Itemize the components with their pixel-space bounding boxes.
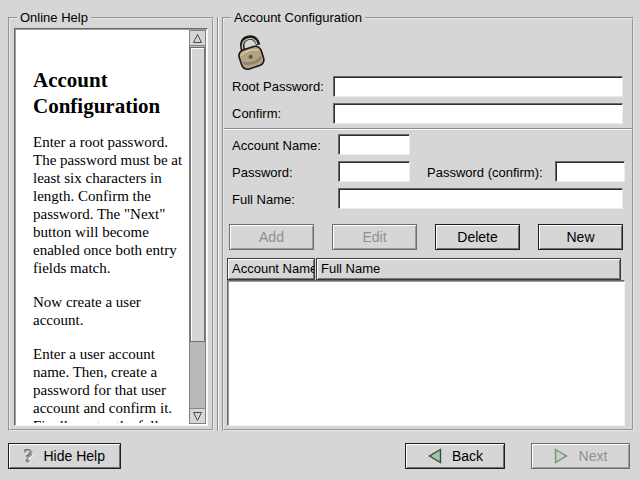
left-triangle-icon bbox=[427, 448, 442, 464]
down-triangle-icon bbox=[193, 412, 202, 421]
column-header-full-name[interactable]: Full Name bbox=[316, 258, 621, 280]
right-triangle-icon bbox=[554, 448, 569, 464]
scrollbar-thumb[interactable] bbox=[190, 47, 205, 342]
scroll-down-button[interactable] bbox=[190, 408, 205, 423]
root-password-input[interactable] bbox=[333, 76, 623, 97]
scroll-up-button[interactable] bbox=[190, 31, 205, 46]
full-name-label: Full Name: bbox=[232, 189, 295, 210]
add-button[interactable]: Add bbox=[229, 224, 314, 250]
password-confirm-label: Password (confirm): bbox=[427, 162, 543, 183]
new-button[interactable]: New bbox=[538, 224, 623, 250]
help-paragraph: Enter a root password. The password must… bbox=[33, 133, 185, 277]
confirm-password-input[interactable] bbox=[333, 103, 623, 124]
back-label: Back bbox=[452, 448, 483, 464]
separator bbox=[224, 128, 632, 130]
column-header-account-name[interactable]: Account Name bbox=[227, 258, 315, 280]
confirm-label: Confirm: bbox=[232, 103, 281, 124]
edit-button[interactable]: Edit bbox=[332, 224, 417, 250]
user-account-list[interactable] bbox=[227, 280, 625, 426]
hide-help-label: Hide Help bbox=[44, 448, 105, 464]
help-paragraph: Now create a user account. bbox=[33, 293, 185, 329]
account-configuration-title: Account Configuration bbox=[231, 10, 365, 25]
root-password-label: Root Password: bbox=[232, 76, 324, 97]
password-input[interactable] bbox=[338, 161, 410, 182]
help-text: Account Configuration Enter a root passw… bbox=[33, 67, 185, 423]
next-button[interactable]: Next bbox=[531, 443, 630, 469]
hide-help-button[interactable]: ? Hide Help bbox=[8, 443, 121, 469]
question-mark-icon: ? bbox=[24, 447, 34, 466]
online-help-title: Online Help bbox=[17, 10, 91, 25]
account-configuration-panel: Account Configuration Root Password: Con… bbox=[222, 17, 634, 431]
password-confirm-input[interactable] bbox=[555, 161, 625, 182]
next-label: Next bbox=[579, 448, 608, 464]
help-viewport: Account Configuration Enter a root passw… bbox=[14, 28, 208, 426]
padlock-icon bbox=[230, 31, 270, 73]
account-name-label: Account Name: bbox=[232, 135, 321, 156]
online-help-panel: Online Help Account Configuration Enter … bbox=[8, 17, 214, 431]
up-triangle-icon bbox=[193, 34, 202, 43]
pane-divider bbox=[217, 17, 219, 431]
account-name-input[interactable] bbox=[338, 134, 410, 155]
installer-window: { "help_panel": { "frame_title": "Online… bbox=[0, 0, 640, 480]
delete-button[interactable]: Delete bbox=[435, 224, 520, 250]
help-paragraph: Enter a user account name. Then, create … bbox=[33, 345, 185, 423]
help-scrollbar[interactable] bbox=[189, 30, 206, 424]
help-doc-title: Account Configuration bbox=[33, 67, 185, 119]
user-table-header: Account Name Full Name bbox=[227, 258, 621, 280]
password-label: Password: bbox=[232, 162, 293, 183]
back-button[interactable]: Back bbox=[405, 443, 505, 469]
full-name-input[interactable] bbox=[338, 188, 623, 209]
